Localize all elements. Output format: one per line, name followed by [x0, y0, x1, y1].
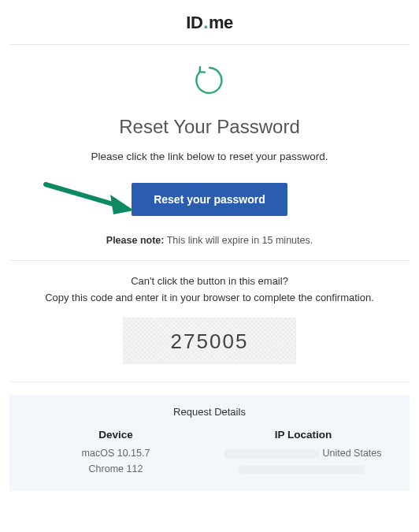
logo-bar: ID.me	[9, 0, 410, 45]
pointer-arrow-icon	[43, 175, 137, 219]
svg-marker-1	[110, 195, 134, 214]
cta-row: Reset your password	[9, 183, 410, 216]
device-label: Device	[22, 429, 210, 441]
instruction-text: Please click the link below to reset you…	[9, 151, 410, 162]
fallback-instruction: Copy this code and enter it in your brow…	[14, 292, 405, 303]
logo-text-me: me	[209, 13, 233, 33]
ip-label: IP Location	[210, 429, 397, 441]
reset-password-button[interactable]: Reset your password	[132, 183, 287, 216]
fallback-section: Can't click the button in this email? Co…	[9, 261, 410, 382]
note-label: Please note:	[106, 235, 165, 246]
ip-country: United States	[322, 448, 381, 459]
expiry-note: Please note: This link will expire in 15…	[9, 235, 410, 246]
device-os: macOS 10.15.7	[22, 445, 210, 461]
brand-logo: ID.me	[186, 13, 232, 33]
redacted-location	[239, 465, 365, 474]
device-browser: Chrome 112	[22, 461, 210, 477]
redacted-ip	[224, 449, 319, 459]
page-title: Reset Your Password	[9, 116, 410, 138]
details-title: Request Details	[22, 406, 397, 418]
main-section: Reset Your Password Please click the lin…	[9, 45, 410, 261]
logo-dot: .	[203, 13, 208, 33]
svg-line-0	[46, 184, 121, 206]
ip-value: United States	[210, 445, 397, 461]
ip-column: IP Location United States	[210, 429, 397, 477]
device-column: Device macOS 10.15.7 Chrome 112	[22, 429, 210, 477]
fallback-question: Can't click the button in this email?	[14, 275, 405, 287]
confirmation-code: 275005	[123, 318, 296, 364]
logo-text-id: ID	[186, 13, 202, 33]
request-details-panel: Request Details Device macOS 10.15.7 Chr…	[9, 395, 410, 491]
note-text: This link will expire in 15 minutes.	[164, 235, 313, 246]
refresh-icon	[191, 62, 228, 99]
ip-value-2	[210, 461, 397, 477]
